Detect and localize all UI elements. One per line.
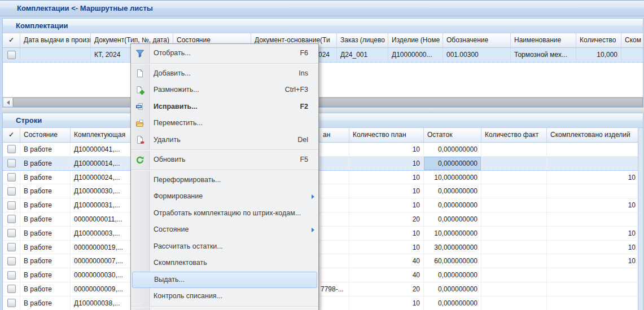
menu-item[interactable]: Отработать комплектацию по штрих-кодам..… xyxy=(131,205,318,222)
panel-splitter[interactable] xyxy=(2,108,644,113)
column-header[interactable]: ан xyxy=(319,128,349,143)
row-checkbox[interactable] xyxy=(7,51,16,59)
table-row[interactable]: В работеД100000041,...100,000000000 xyxy=(3,143,643,157)
menu-item[interactable]: Скомплектовать xyxy=(131,255,318,272)
row-checkbox[interactable] xyxy=(7,243,16,251)
menu-item[interactable]: Отобрать...F6 xyxy=(131,45,318,62)
cell: В работе xyxy=(20,157,71,170)
row-checkbox[interactable] xyxy=(7,173,16,181)
row-checkbox[interactable] xyxy=(7,257,16,265)
table-row[interactable]: В работеД100000024,...1010,00000000010 xyxy=(3,171,643,185)
stroki-grid-header: ✓СостояниеКомплектующаяанКоличество план… xyxy=(3,128,643,143)
cell: 30,000000000 xyxy=(424,241,481,254)
select-all-header-cell[interactable]: ✓ xyxy=(3,128,20,143)
row-checkbox[interactable] xyxy=(7,229,16,237)
cell: Тормозной мех... xyxy=(511,48,576,62)
cell: В работе xyxy=(20,241,71,254)
cell: 00000000019,... xyxy=(71,241,131,254)
menu-item[interactable]: Переместить... xyxy=(131,115,318,132)
add-page-icon xyxy=(135,69,144,78)
column-header[interactable]: Дата выдачи в произв xyxy=(20,33,91,48)
column-header[interactable]: Изделие (Номе xyxy=(388,33,443,48)
menu-item[interactable]: Добавить...Ins xyxy=(131,65,318,82)
table-row[interactable]: В работеД100000031,...100,00000000010 xyxy=(3,198,643,212)
kompl-row[interactable]: КТ, 2024024Д24_001Д10000000...001.00300Т… xyxy=(3,48,643,63)
table-row[interactable]: В работе00000000011,...200,000000000 xyxy=(3,212,643,227)
column-header[interactable]: Обозначение xyxy=(443,33,511,48)
kompl-h-scrollbar[interactable] xyxy=(3,97,643,107)
cell: Д100000024,... xyxy=(71,171,131,184)
row-checkbox[interactable] xyxy=(7,271,16,280)
menu-item[interactable]: Размножить...Ctrl+F3 xyxy=(131,82,318,99)
menu-item-label: Скомплектовать xyxy=(154,259,207,267)
h-scrollbar-thumb[interactable] xyxy=(13,98,643,107)
menu-item[interactable]: ОбновитьF5 xyxy=(131,152,318,169)
cell: В работе xyxy=(20,227,71,240)
cell xyxy=(547,268,639,282)
cell xyxy=(319,212,349,226)
cell: Д10000000... xyxy=(388,48,443,62)
cell xyxy=(319,184,349,198)
menu-item[interactable]: Исправить...F2 xyxy=(131,99,318,116)
cell: В работе xyxy=(20,171,71,184)
cell: В работе xyxy=(20,198,71,212)
column-header[interactable]: Состояние xyxy=(20,128,71,143)
left-arrow-icon xyxy=(7,100,10,105)
cell xyxy=(319,268,349,282)
menu-item[interactable]: УдалитьDel xyxy=(131,132,318,149)
column-header[interactable]: Наименование xyxy=(511,33,576,48)
row-checkbox[interactable] xyxy=(7,159,16,167)
table-row[interactable]: В работеД100000014,...100,000000000 xyxy=(3,157,643,171)
cell xyxy=(319,296,349,310)
column-header[interactable]: Количество xyxy=(576,33,621,48)
stroki-v-scrollbar[interactable] xyxy=(638,128,643,310)
row-checkbox[interactable] xyxy=(7,145,16,153)
column-header[interactable]: Ском xyxy=(621,33,643,48)
menu-item[interactable]: Рассчитать остатки... xyxy=(131,238,318,255)
cell xyxy=(621,48,643,62)
row-select-cell xyxy=(3,241,20,254)
table-row[interactable]: В работе00000000019,...1030,00000000010 xyxy=(3,241,643,255)
row-checkbox[interactable] xyxy=(7,187,16,196)
row-checkbox[interactable] xyxy=(7,201,16,210)
table-row[interactable]: В работе00000000030,...400,000000000 xyxy=(3,268,643,282)
menu-item[interactable]: Контроль списания... xyxy=(131,288,318,305)
cell xyxy=(481,212,547,226)
cell: 10 xyxy=(547,241,639,254)
table-row[interactable]: В работеД100000038,...100,000000000 xyxy=(3,296,643,310)
cell: 00000000030,... xyxy=(71,268,131,282)
table-row[interactable]: В работеД100000030,...100,000000000 xyxy=(3,184,643,198)
cell xyxy=(481,143,547,156)
cell xyxy=(547,282,639,296)
row-checkbox[interactable] xyxy=(7,285,16,293)
cell: 0,000000000 xyxy=(424,143,481,156)
column-header[interactable]: Скомплектовано изделий xyxy=(547,128,639,143)
menu-item-label: Отобрать... xyxy=(154,49,191,57)
row-checkbox[interactable] xyxy=(7,215,16,223)
row-select-cell xyxy=(3,157,20,170)
table-row[interactable]: В работе00000000007,...4060,00000000010 xyxy=(3,254,643,268)
row-checkbox[interactable] xyxy=(7,299,16,307)
column-header[interactable]: Комплектующая xyxy=(71,128,131,143)
menu-item[interactable]: Переформировать... xyxy=(131,172,318,189)
cell xyxy=(481,296,547,310)
cell: 00000000007,... xyxy=(71,254,131,268)
scroll-left-button[interactable] xyxy=(3,98,13,107)
table-row[interactable]: В работе00000000009,...7798-...200,00000… xyxy=(3,282,643,296)
column-header[interactable]: Количество план xyxy=(349,128,424,143)
cell xyxy=(547,157,639,170)
menu-separator xyxy=(131,170,318,170)
menu-item[interactable]: Состояние xyxy=(131,222,318,238)
cell xyxy=(547,296,639,310)
column-header[interactable]: Количество факт xyxy=(481,128,547,143)
cell xyxy=(20,48,91,62)
cell: 60,000000000 xyxy=(424,254,481,268)
stroki-grid-rows: В работеД100000041,...100,000000000В раб… xyxy=(3,143,643,310)
menu-item[interactable]: Выдать... xyxy=(132,272,317,289)
cell: 10 xyxy=(349,241,424,254)
column-header[interactable]: Остаток xyxy=(424,128,481,143)
menu-item[interactable]: Формирование xyxy=(131,188,318,205)
table-row[interactable]: В работеД100000003,...1010,00000000010 xyxy=(3,227,643,241)
column-header[interactable]: Заказ (лицево xyxy=(337,33,388,48)
select-all-header-cell[interactable]: ✓ xyxy=(3,33,20,48)
